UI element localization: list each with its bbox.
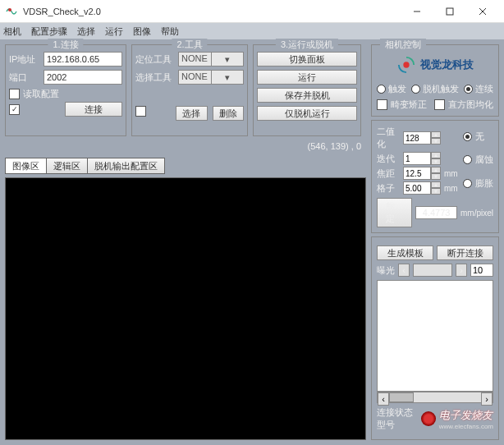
connect-checkbox[interactable] (9, 104, 20, 115)
svg-point-5 (403, 62, 409, 67)
group-connect: 1.连接 IP地址 端口 读取配置 连接 (5, 44, 126, 136)
template-scrollbar[interactable]: ‹› (377, 392, 493, 403)
focal-input[interactable]: ▲▼ (403, 167, 441, 180)
mode-continuous[interactable]: 连续 (464, 83, 493, 95)
group-params: 二值化▲▼ 迭代▲▼ 焦距▲▼mm 格子▲▼mm 无 腐蚀 膨胀 标定 4.47… (371, 120, 499, 233)
vendor-logo: 视觉龙科技 (377, 50, 493, 80)
chevron-down-icon: ▾ (211, 53, 244, 66)
watermark-icon (421, 411, 436, 426)
group-tools: 2.工具 定位工具NONE▾ 选择工具NONE▾ 选择删除 (131, 44, 248, 136)
group-template: 生成模板 断开连接 曝光 ‹ › ‹› 连接状态 型号 (371, 236, 499, 440)
morph-erode[interactable]: 腐蚀 (463, 154, 493, 166)
gen-template-button[interactable]: 生成模板 (377, 245, 433, 260)
group-tools-legend: 2.工具 (172, 39, 207, 51)
image-viewport[interactable] (5, 177, 366, 440)
tab-bar: 图像区 逻辑区 脱机输出配置区 (5, 158, 366, 174)
histeq-checkbox[interactable]: 直方图均化 (434, 99, 493, 111)
maximize-button[interactable] (433, 0, 466, 23)
menu-run[interactable]: 运行 (105, 25, 123, 38)
save-offline-button[interactable]: 保存并脱机 (257, 88, 357, 103)
delete-button[interactable]: 删除 (213, 106, 244, 121)
iter-label: 迭代 (377, 153, 400, 165)
titlebar: VDSR_Check_v2.0 (0, 0, 504, 23)
watermark-text: 电子发烧友 (439, 408, 493, 423)
grid-label: 格子 (377, 182, 400, 195)
choose-button[interactable]: 选择 (176, 106, 207, 121)
chevron-down-icon: ▾ (211, 71, 244, 84)
mode-trigger[interactable]: 触发 (377, 83, 406, 95)
watermark: 电子发烧友 www.elecfans.com (421, 408, 493, 430)
morph-dilate[interactable]: 膨胀 (463, 177, 493, 190)
run-button[interactable]: 运行 (257, 70, 357, 85)
group-run-legend: 3.运行或脱机 (276, 39, 338, 51)
select-label: 选择工具 (135, 71, 175, 84)
calibrate-value: 4.4773 (415, 206, 457, 219)
exposure-label: 曝光 (377, 264, 395, 277)
exposure-right[interactable]: › (456, 264, 467, 277)
grid-input[interactable]: ▲▼ (403, 181, 441, 195)
port-label: 端口 (9, 71, 40, 84)
exposure-value[interactable] (470, 264, 493, 277)
menubar: 相机 配置步骤 选择 运行 图像 帮助 (0, 23, 504, 39)
tab-offline-output[interactable]: 脱机输出配置区 (87, 158, 165, 174)
menu-help[interactable]: 帮助 (161, 25, 179, 38)
close-button[interactable] (466, 0, 499, 23)
calibrate-unit: mm/pixel (460, 209, 493, 218)
model-label: 型号 (377, 419, 413, 431)
ip-input[interactable] (44, 52, 122, 67)
tool-checkbox[interactable] (135, 106, 146, 117)
group-camera-control: 相机控制 视觉龙科技 触发 脱机触发 连续 畸变矫正 直方图均化 (371, 44, 499, 117)
mode-offline-trigger[interactable]: 脱机触发 (411, 83, 459, 95)
vendor-name: 视觉龙科技 (420, 57, 474, 72)
camera-control-legend: 相机控制 (380, 39, 426, 51)
menu-select[interactable]: 选择 (77, 25, 95, 38)
disconnect-button[interactable]: 断开连接 (437, 245, 493, 260)
connect-button[interactable]: 连接 (65, 102, 122, 117)
binarize-label: 二值化 (377, 126, 400, 150)
menu-config[interactable]: 配置步骤 (31, 25, 67, 38)
menu-camera[interactable]: 相机 (3, 25, 21, 38)
cursor-status: (546, 139) , 0 (308, 141, 361, 153)
morph-none[interactable]: 无 (463, 131, 493, 143)
menu-image[interactable]: 图像 (133, 25, 151, 38)
tab-logic[interactable]: 逻辑区 (46, 158, 88, 174)
watermark-url: www.elecfans.com (439, 423, 493, 430)
group-run: 3.运行或脱机 切换面板 运行 保存并脱机 仅脱机运行 (253, 44, 361, 136)
tab-image[interactable]: 图像区 (5, 158, 47, 174)
ip-label: IP地址 (9, 53, 40, 66)
distortion-checkbox[interactable]: 畸变矫正 (377, 99, 427, 111)
svg-point-0 (8, 8, 11, 11)
svg-rect-2 (447, 8, 453, 15)
exposure-slider[interactable] (413, 264, 452, 277)
locate-label: 定位工具 (135, 53, 175, 66)
group-connect-legend: 1.连接 (48, 39, 83, 51)
conn-state-label: 连接状态 (377, 406, 413, 419)
read-config-label: 读取配置 (23, 88, 59, 100)
exposure-left[interactable]: ‹ (398, 264, 410, 277)
template-view (377, 280, 493, 392)
binarize-input[interactable]: ▲▼ (403, 131, 441, 145)
port-input[interactable] (44, 70, 122, 85)
minimize-button[interactable] (401, 0, 433, 23)
focal-label: 焦距 (377, 167, 400, 180)
iter-input[interactable]: ▲▼ (403, 152, 441, 165)
read-config-checkbox[interactable] (9, 89, 20, 99)
offline-only-button[interactable]: 仅脱机运行 (257, 106, 357, 121)
window-title: VDSR_Check_v2.0 (23, 7, 401, 16)
locate-combo[interactable]: NONE▾ (178, 52, 244, 67)
app-icon (5, 5, 18, 18)
switch-panel-button[interactable]: 切换面板 (257, 52, 357, 67)
calibrate-button[interactable]: 标定 (377, 198, 412, 227)
select-combo[interactable]: NONE▾ (178, 70, 244, 85)
